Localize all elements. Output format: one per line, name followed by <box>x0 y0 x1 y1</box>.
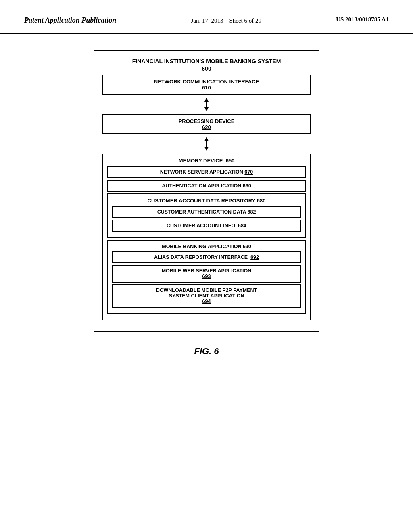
auth-app-box: AUTHENTICATION APPLICATION 660 <box>107 180 306 192</box>
svg-marker-4 <box>204 137 209 141</box>
system-box: FINANCIAL INSTITUTION'S MOBILE BANKING S… <box>94 50 319 332</box>
publication-title: Patent Application Publication <box>24 16 116 25</box>
page-header: Patent Application Publication Jan. 17, … <box>0 0 413 34</box>
svg-marker-5 <box>204 147 209 151</box>
patent-number: US 2013/0018785 A1 <box>336 16 389 23</box>
main-content: FINANCIAL INSTITUTION'S MOBILE BANKING S… <box>0 34 413 373</box>
date-text: Jan. 17, 2013 <box>191 17 223 24</box>
customer-account-box: CUSTOMER ACCOUNT INFO. 684 <box>112 220 301 232</box>
arrow-processing-memory <box>102 137 311 151</box>
network-interface-box: NETWORK COMMUNICATION INTERFACE 610 <box>102 75 311 95</box>
memory-device-box: MEMORY DEVICE 650 NETWORK SERVER APPLICA… <box>102 154 311 320</box>
sheet-text: Sheet 6 of 29 <box>229 17 261 24</box>
memory-title: MEMORY DEVICE 650 <box>107 158 306 164</box>
svg-marker-2 <box>204 107 209 111</box>
alias-data-box: ALIAS DATA REPOSITORY INTERFACE 692 <box>112 251 301 263</box>
mobile-web-box: MOBILE WEB SERVER APPLICATION 693 <box>112 265 301 283</box>
customer-auth-box: CUSTOMER AUTHENTICATION DATA 682 <box>112 206 301 218</box>
customer-repo-title: CUSTOMER ACCOUNT DATA REPOSITORY 680 <box>112 197 301 204</box>
system-title: FINANCIAL INSTITUTION'S MOBILE BANKING S… <box>102 58 311 72</box>
svg-marker-1 <box>204 98 209 102</box>
mobile-banking-outer: MOBILE BANKING APPLICATION 690 ALIAS DAT… <box>107 240 306 314</box>
network-server-box: NETWORK SERVER APPLICATION 670 <box>107 166 306 178</box>
arrow-network-processing <box>102 97 311 112</box>
header-center: Jan. 17, 2013 Sheet 6 of 29 <box>191 16 261 25</box>
processing-device-box: PROCESSING DEVICE 620 <box>102 114 311 134</box>
downloadable-box: DOWNLOADABLE MOBILE P2P PAYMENT SYSTEM C… <box>112 284 301 308</box>
mobile-banking-title: MOBILE BANKING APPLICATION 690 <box>112 244 301 249</box>
customer-repo-outer: CUSTOMER ACCOUNT DATA REPOSITORY 680 CUS… <box>107 193 306 238</box>
figure-caption: FIG. 6 <box>194 346 219 357</box>
